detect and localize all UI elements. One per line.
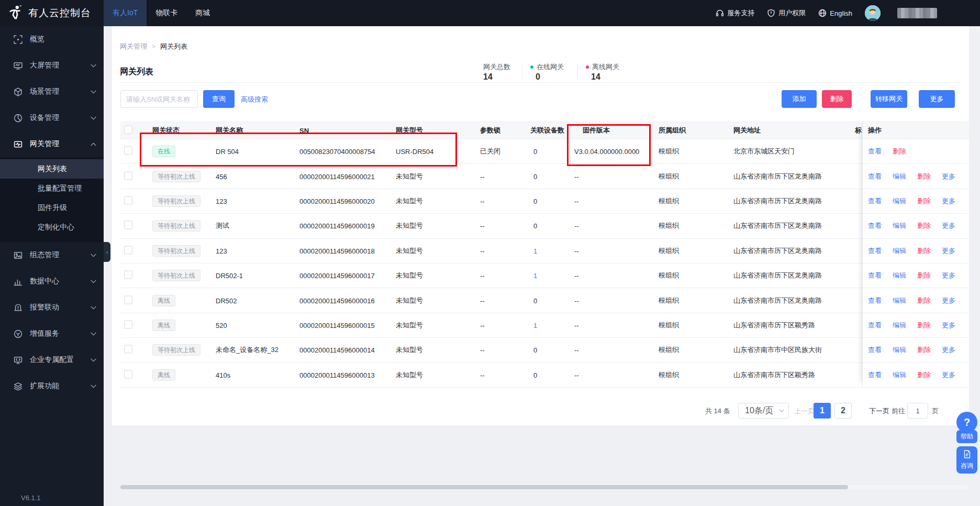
action-delete[interactable]: 删除 [917,345,931,355]
delete-button[interactable]: 删除 [822,90,852,108]
add-button[interactable]: 添加 [782,90,817,108]
sidebar-item[interactable]: 概览 [0,26,104,52]
action-link[interactable]: 更多 [942,172,955,181]
action-link[interactable]: 编辑 [893,321,906,330]
action-link[interactable]: 更多 [942,345,955,355]
row-checkbox[interactable] [124,295,132,305]
owner-org: 根组织 [659,196,679,206]
sidebar-item[interactable]: 网关管理 [0,131,104,157]
action-link[interactable]: 更多 [942,296,955,305]
more-toolbar-button[interactable]: 更多 [919,90,955,108]
sidebar-item-label: 数据中心 [30,277,59,286]
stat-divider [577,63,578,81]
row-checkbox[interactable] [124,370,132,380]
topbar-tab[interactable]: 有人IoT [104,0,147,26]
topbar-link[interactable]: 用户权限 [767,8,806,18]
row-checkbox[interactable] [124,246,132,256]
sidebar-item[interactable]: 扩展功能 [0,373,104,399]
action-link[interactable]: 编辑 [893,172,906,181]
gateway-status-badge: 等待初次上线 [152,195,201,207]
linked-devices-count[interactable]: 1 [533,272,537,280]
action-link[interactable]: 编辑 [893,246,906,256]
action-delete[interactable]: 删除 [917,296,931,305]
row-checkbox[interactable] [124,171,132,181]
action-delete[interactable]: 删除 [893,147,906,156]
help-float-button[interactable]: ? 帮助 [956,412,977,443]
pagination-prev[interactable]: 上一页 [794,406,815,422]
row-checkbox[interactable] [124,271,132,281]
action-link[interactable]: 更多 [942,246,955,256]
sidebar-subitem[interactable]: 固件升级 [0,198,104,217]
advanced-search-link[interactable]: 高级搜索 [241,95,268,104]
action-link[interactable]: 查看 [868,271,882,280]
row-checkbox[interactable] [124,196,132,206]
sidebar-item[interactable]: 设备管理 [0,105,104,131]
action-delete[interactable]: 删除 [917,370,931,380]
linked-devices-count[interactable]: 1 [533,247,537,255]
action-link[interactable]: 查看 [868,370,882,380]
action-delete[interactable]: 删除 [917,196,931,206]
sidebar-item[interactable]: 增值服务 [0,321,104,347]
action-link[interactable]: 查看 [868,321,882,330]
action-link[interactable]: 编辑 [893,370,906,380]
action-delete[interactable]: 删除 [917,221,931,230]
search-button[interactable]: 查询 [203,90,235,108]
sidebar-subitem[interactable]: 批量配置管理 [0,179,104,198]
sidebar-subitem[interactable]: 定制化中心 [0,217,104,237]
action-link[interactable]: 查看 [868,246,882,256]
pagination-page[interactable]: 2 [834,403,852,419]
sidebar-item[interactable]: 场景管理 [0,79,104,105]
consult-float-button[interactable]: 咨询 [956,446,977,474]
sidebar-item[interactable]: 组态管理 [0,242,104,268]
page-size-select[interactable]: 10条/页 [738,403,789,419]
pagination-next[interactable]: 下一页 [869,406,889,422]
gateway-name: 123 [216,197,227,205]
action-link[interactable]: 查看 [868,345,882,355]
row-checkbox[interactable] [124,221,132,231]
action-link[interactable]: 查看 [868,172,882,181]
action-link[interactable]: 编辑 [893,196,906,206]
action-link[interactable]: 编辑 [893,221,906,230]
topbar-link[interactable]: English [818,9,852,17]
pagination-page[interactable]: 1 [814,403,831,419]
action-link[interactable]: 查看 [868,147,882,156]
action-link[interactable]: 更多 [942,271,955,280]
breadcrumb-parent[interactable]: 网关管理 [120,42,147,51]
action-link[interactable]: 编辑 [893,271,906,280]
horizontal-scrollbar-thumb[interactable] [120,485,848,489]
transfer-gateway-button[interactable]: 转移网关 [871,90,907,108]
action-link[interactable]: 更多 [942,221,955,230]
sidebar-item[interactable]: 大屏管理 [0,52,104,79]
sidebar-item[interactable]: 报警联动 [0,294,104,321]
action-link[interactable]: 更多 [942,370,955,380]
search-input[interactable] [120,90,198,108]
row-actions: 查看编辑删除更多 [862,239,969,263]
select-all-checkbox[interactable] [124,126,132,136]
action-link[interactable]: 更多 [942,321,955,330]
action-link[interactable]: 查看 [868,296,882,305]
topbar-tab[interactable]: 商城 [186,0,219,26]
row-checkbox[interactable] [124,345,132,355]
action-link[interactable]: 编辑 [893,296,906,305]
action-link[interactable]: 更多 [942,196,955,206]
avatar[interactable] [865,5,881,21]
action-delete[interactable]: 删除 [917,172,931,181]
row-checkbox[interactable] [124,147,132,157]
action-link[interactable]: 编辑 [893,345,906,355]
topbar-tab[interactable]: 物联卡 [147,0,186,26]
status-badge: 离线 [152,320,175,331]
action-delete[interactable]: 删除 [917,271,931,280]
gateway-address: 山东省济南市历下区龙奥南路 [733,271,822,280]
action-link[interactable]: 查看 [868,196,882,206]
sidebar-collapse-handle[interactable]: ‹ [104,242,110,262]
row-checkbox[interactable] [124,320,132,330]
action-link[interactable]: 查看 [868,221,882,230]
sidebar-item[interactable]: 数据中心 [0,268,104,294]
action-delete[interactable]: 删除 [917,246,931,256]
action-delete[interactable]: 删除 [917,321,931,330]
sidebar-item[interactable]: 企业专属配置 [0,347,104,373]
sidebar-subitem[interactable]: 网关列表 [0,159,104,179]
pagination-goto-input[interactable] [907,403,928,419]
topbar-link[interactable]: 服务支持 [716,8,754,18]
linked-devices-count[interactable]: 1 [533,321,537,329]
